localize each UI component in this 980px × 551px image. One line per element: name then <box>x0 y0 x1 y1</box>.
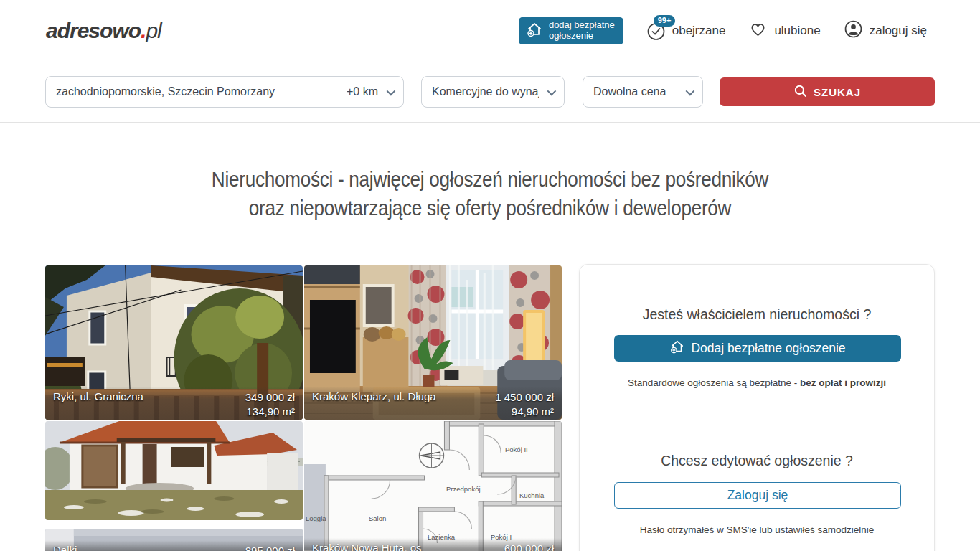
chevron-down-icon <box>686 86 695 95</box>
search-bar: zachodniopomorskie, Szczecin Pomorzany +… <box>45 76 935 108</box>
listing-price: 600 000 zł <box>504 542 554 551</box>
edit-note: Hasło otrzymałeś w SMS'ie lub ustawiłeś … <box>580 524 934 535</box>
listing-address: Ryki, ul. Graniczna <box>53 390 143 417</box>
floorplan-room-label: Salon <box>369 514 386 522</box>
owner-note: Standardowe ogłoszenia są bezpłatne - be… <box>580 377 934 388</box>
listing-card-nowa-huta[interactable]: Pokój II Przedpokój Kuchnia Salon Loggia… <box>304 421 562 551</box>
search-submit-label: SZUKAJ <box>814 86 861 98</box>
listing-photo-red-roof-house[interactable] <box>45 421 303 520</box>
listing-caption: Kraków Nowa Huta, os 600 000 zł <box>304 538 562 551</box>
category-value: Komercyjne do wynaję <box>432 85 539 98</box>
add-listing-button[interactable]: dodaj bezpłatne ogłoszenie <box>519 17 623 44</box>
edit-heading: Chcesz edytować ogłoszenie ? <box>580 453 934 469</box>
check-circle-icon: 99+ <box>646 22 666 41</box>
listing-address: Delki <box>53 544 77 551</box>
price-value: Dowolna cena <box>593 85 666 98</box>
listing-area: 134,90 m² <box>245 405 295 419</box>
listing-address: Kraków Kleparz, ul. Długa <box>312 390 436 417</box>
listing-price: 1 450 000 zł <box>495 390 554 405</box>
logo-tld: pl <box>146 19 161 42</box>
search-submit-button[interactable]: SZUKAJ <box>720 77 935 106</box>
favorites-button[interactable]: ulubione <box>748 19 820 42</box>
magnifier-icon <box>793 84 808 100</box>
location-input[interactable]: zachodniopomorskie, Szczecin Pomorzany +… <box>45 76 404 108</box>
listing-address: Kraków Nowa Huta, os <box>312 542 422 551</box>
favorites-label: ulubione <box>774 24 820 38</box>
listing-caption: Kraków Kleparz, ul. Długa 1 450 000 zł 9… <box>304 387 562 420</box>
floorplan-room-label: Kuchnia <box>519 491 544 499</box>
house-add-icon <box>526 21 543 41</box>
listing-photo-house2 <box>45 421 303 520</box>
login-label: zaloguj się <box>870 24 927 38</box>
header-actions: dodaj bezpłatne ogłoszenie 99+ obejrzane… <box>519 17 927 44</box>
category-select[interactable]: Komercyjne do wynaję <box>421 76 565 108</box>
logo[interactable]: adresowo.pl <box>46 19 161 43</box>
page-title: Nieruchomości - najwięcej ogłoszeń nieru… <box>49 165 930 222</box>
sidebar-add-listing-button[interactable]: Dodaj bezpłatne ogłoszenie <box>614 335 901 362</box>
floorplan-room-label: Przedpokój <box>446 485 481 493</box>
location-value: zachodniopomorskie, Szczecin Pomorzany <box>56 85 275 98</box>
logo-main: adresowo <box>46 19 141 42</box>
sidebar-login-label: Zaloguj się <box>727 488 788 503</box>
viewed-button[interactable]: 99+ obejrzane <box>646 22 726 41</box>
sidebar-divider <box>580 428 934 428</box>
viewed-label: obejrzane <box>672 24 726 38</box>
listing-card-delki[interactable]: Delki 895 000 zł <box>45 529 303 551</box>
listing-caption: Ryki, ul. Graniczna 349 000 zł 134,90 m² <box>45 387 303 420</box>
add-listing-label: dodaj bezpłatne ogłoszenie <box>549 20 615 42</box>
user-circle-icon <box>844 19 863 42</box>
login-button[interactable]: zaloguj się <box>844 19 927 42</box>
owner-panel: Jesteś właścicielem nieruchomości ? Doda… <box>579 264 935 551</box>
listing-price: 895 000 zł <box>245 544 295 551</box>
viewed-count-badge: 99+ <box>654 15 676 27</box>
listing-caption: Delki 895 000 zł <box>45 540 303 551</box>
floorplan-room-label: Loggia <box>306 514 326 522</box>
listing-card-kleparz[interactable]: Kraków Kleparz, ul. Długa 1 450 000 zł 9… <box>304 265 562 420</box>
heart-icon <box>748 19 768 42</box>
floorplan-room-label: Pokój II <box>505 446 528 453</box>
sidebar-login-button[interactable]: Zaloguj się <box>614 482 901 509</box>
page: adresowo.pl dodaj bezpłatne ogłoszenie <box>0 0 980 551</box>
owner-heading: Jesteś właścicielem nieruchomości ? <box>580 306 934 323</box>
house-add-icon <box>669 339 685 358</box>
listing-card-ryki[interactable]: Ryki, ul. Graniczna 349 000 zł 134,90 m² <box>45 265 303 420</box>
sidebar-add-listing-label: Dodaj bezpłatne ogłoszenie <box>691 341 845 356</box>
chevron-down-icon <box>547 86 557 95</box>
chevron-down-icon <box>387 86 396 95</box>
listing-floorplan <box>304 421 562 551</box>
radius-value: +0 km <box>347 85 378 98</box>
price-select[interactable]: Dowolna cena <box>583 76 703 108</box>
listing-price: 349 000 zł <box>245 390 295 405</box>
header-divider <box>0 122 980 123</box>
listing-area: 94,90 m² <box>495 405 554 419</box>
